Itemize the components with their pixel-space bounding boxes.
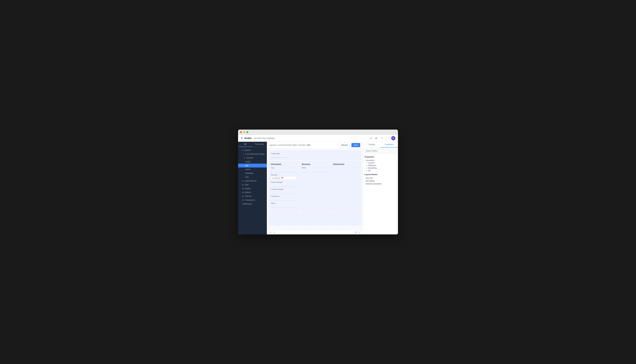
field-input-status[interactable]	[271, 205, 297, 208]
layout-icon-button[interactable]: ⊞	[374, 136, 378, 140]
breadcrumb-ldt: Local Document Types	[278, 144, 297, 146]
sidebar-item-tabs[interactable]: ▶ Tabs	[238, 183, 267, 187]
back-button[interactable]: ◁	[269, 231, 272, 234]
zoom-fit-button[interactable]: ⊡	[354, 231, 357, 234]
sidebar-item-label: Dashboard	[243, 203, 252, 205]
project-title-field: Project title	[271, 152, 287, 158]
sidebar-item-label: create	[245, 160, 250, 163]
expand-icon: ▶	[243, 180, 244, 182]
field-label: Due date	[271, 174, 297, 176]
right-tab-properties[interactable]: Properties	[380, 142, 398, 148]
tree-item-label: uid	[368, 170, 370, 172]
sidebar-item-dashboard[interactable]: Dashboard	[238, 202, 267, 206]
sidebar-item-view[interactable]: view	[238, 175, 267, 179]
chevron-right-icon: ▶	[366, 165, 367, 166]
field-label: Creative manager	[271, 188, 297, 190]
sidebar-item-label: Buttons	[245, 191, 251, 194]
layout-block-color-info[interactable]: color-info	[365, 176, 396, 180]
date-placeholder: mm/dd/yyyy	[272, 177, 280, 179]
expand-icon: ▼	[241, 150, 243, 151]
forward-button[interactable]: ▷	[273, 231, 276, 234]
project-title-underline	[271, 155, 287, 158]
header-actions: ⎇ ⊞ ? ⋮⋮ JC	[368, 136, 395, 140]
sidebar-item-metadata[interactable]: metadata	[238, 171, 267, 175]
sidebar-item-label: Themes	[245, 195, 252, 197]
app-chrome: ✦ studio org-name /doc-myproject ⎇ ⊞ ? ⋮…	[238, 135, 398, 234]
discard-button[interactable]: Discard	[339, 143, 350, 147]
tree-item-dublincore[interactable]: ▶ dublincore	[365, 164, 396, 167]
help-icon-button[interactable]: ?	[380, 136, 384, 140]
app-path: org-name /doc-myproject	[254, 137, 366, 139]
tree-item-document[interactable]: ▼ document	[365, 159, 396, 162]
expand-icon: ▶	[243, 188, 244, 189]
sidebar-item-create[interactable]: create	[238, 160, 267, 164]
titlebar	[238, 130, 398, 135]
layout-canvas: Project title Information Type	[267, 148, 363, 230]
logo-icon: ✦	[241, 136, 243, 140]
field-input-creative-manager[interactable]	[271, 191, 297, 194]
breadcrumb: Layouts / Local Document Types / Domain …	[269, 144, 310, 146]
maximize-button[interactable]	[246, 131, 248, 133]
sidebar-item-import[interactable]: import	[238, 168, 267, 171]
tree-item-common[interactable]: ▶ common	[365, 162, 396, 164]
right-panel: Catalog Properties Properties ▼ document	[363, 142, 398, 234]
sidebar-item-domain[interactable]: ▼ Domain	[238, 156, 267, 160]
field-contributors: Contributors	[271, 196, 297, 201]
field-due-date: Due date mm/dd/yyyy 📅	[271, 174, 297, 180]
canvas-columns: Information Type Due date mm/dd/yyyy	[269, 161, 361, 212]
layout-block-view-details[interactable]: view-details	[365, 180, 396, 182]
canvas-header-row[interactable]: Project title	[269, 150, 361, 160]
sidebar-item-drawer[interactable]: ▶ Drawer	[238, 187, 267, 190]
grid-icon-button[interactable]: ⋮⋮	[385, 136, 390, 140]
sidebar-item-label: view	[245, 176, 249, 178]
field-input-project-manager[interactable]	[271, 184, 297, 187]
avatar[interactable]: JC	[391, 136, 395, 140]
search-toolbox-input[interactable]	[365, 149, 396, 153]
expand-icon: ▶	[243, 184, 244, 186]
empty-cell	[346, 212, 361, 225]
field-type: Type	[271, 167, 297, 172]
close-button[interactable]	[240, 131, 242, 133]
properties-section-title: Properties	[365, 156, 396, 158]
field-input-brand[interactable]	[302, 170, 328, 172]
sidebar-item-layouts[interactable]: ▼ Layouts	[238, 148, 267, 152]
sidebar-item-buttons[interactable]: ▶ Buttons	[238, 190, 267, 194]
field-label: Contributors	[271, 196, 297, 197]
main-content: Layouts / Local Document Types / Domain …	[267, 142, 363, 234]
date-input[interactable]: mm/dd/yyyy 📅	[271, 176, 297, 180]
content-toolbar: Layouts / Local Document Types / Domain …	[267, 142, 363, 148]
sidebar-tab-resources[interactable]: Resources	[252, 142, 267, 147]
minimize-button[interactable]	[243, 131, 245, 133]
sidebar-tab-ui[interactable]: UI	[238, 142, 252, 147]
sidebar-item-local-document-types[interactable]: ▼ Local Document Types	[238, 152, 267, 156]
sidebar-item-themes[interactable]: ▶ Themes	[238, 194, 267, 198]
empty-cell	[331, 212, 345, 225]
sidebar-tabs: UI Resources	[238, 142, 267, 147]
project-title-label: Project title	[271, 152, 287, 154]
field-label: Type	[271, 167, 297, 169]
sidebar-item-edit[interactable]: edit	[238, 164, 267, 168]
chevron-right-icon: ▶	[366, 167, 367, 169]
chevron-right-icon: ▶	[366, 162, 367, 164]
sidebar-nav: ▼ Layouts ▼ Local Document Types ▼ Domai…	[238, 147, 267, 234]
tree-item-facetedtag[interactable]: ▶ facetedTag	[365, 167, 396, 169]
toolbar-actions: Discard Save	[339, 143, 360, 147]
bottom-bar: ◁ ▷ ⊡ +	[267, 230, 363, 234]
field-input-contributors[interactable]	[271, 198, 297, 201]
expand-icon: ▼	[244, 157, 245, 159]
sidebar-item-translations[interactable]: ▶ Translations	[238, 198, 267, 202]
app-header: ✦ studio org-name /doc-myproject ⎇ ⊞ ? ⋮…	[238, 135, 398, 142]
save-button[interactable]: Save	[351, 143, 360, 147]
field-input-type[interactable]	[271, 170, 297, 172]
zoom-controls: ⊡ +	[354, 231, 361, 234]
sidebar-item-layout-blocks[interactable]: ▶ Layout Blocks	[238, 179, 267, 183]
app-window: ✦ studio org-name /doc-myproject ⎇ ⊞ ? ⋮…	[238, 130, 398, 234]
zoom-in-button[interactable]: +	[358, 231, 361, 234]
field-brand: Brand	[302, 167, 328, 172]
right-tab-catalog[interactable]: Catalog	[363, 142, 380, 148]
sidebar-item-label: Drawer	[245, 188, 251, 190]
layout-block-material-composition[interactable]: material-composition	[365, 182, 396, 185]
hierarchy-icon-button[interactable]: ⎇	[368, 136, 373, 140]
app-body: UI Resources ▼ Layouts ▼ Local Document …	[238, 142, 398, 234]
tree-item-uid[interactable]: ▶ uid	[365, 169, 396, 172]
